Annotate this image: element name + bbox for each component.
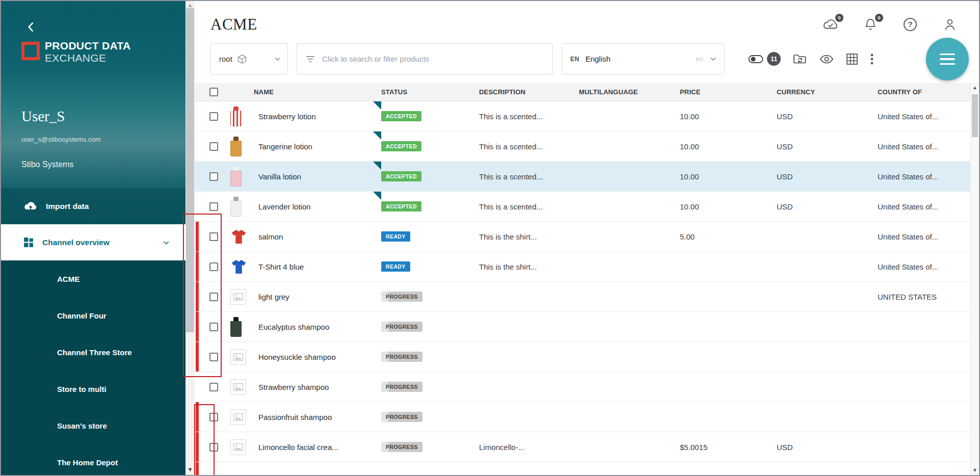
table-row-tangerine-lotion[interactable]: Tangerine lotionACCEPTEDThis is a scente… <box>195 131 970 162</box>
status-badge: ACCEPTED <box>381 201 421 211</box>
status-cell: ACCEPTED <box>381 141 479 151</box>
table-row-strawberry-lotion[interactable]: Strawberry lotionACCEPTEDThis is a scent… <box>195 101 970 131</box>
page-header: ACME 0 0 ? <box>195 1 979 43</box>
sidebar-channel-store-to-multi[interactable]: Store to multi <box>1 371 186 407</box>
table-row-lavender-lotion[interactable]: Lavender lotionACCEPTEDThis is a scented… <box>195 192 970 222</box>
cell-description: This is the shirt... <box>479 232 579 241</box>
notifications-button[interactable]: 0 <box>862 17 879 32</box>
sidebar-scrollbar[interactable]: ▲ ▼ <box>186 1 195 475</box>
sidebar-scrollbar-thumb[interactable] <box>186 8 194 332</box>
sidebar-channel-acme[interactable]: ACME <box>1 260 186 297</box>
menu-fab[interactable] <box>926 38 969 81</box>
filter-icon <box>305 55 315 64</box>
chevron-left-icon <box>24 20 38 34</box>
row-select-cell <box>206 383 228 391</box>
collapse-sidebar-button[interactable] <box>24 20 38 36</box>
column-header-description: DESCRIPTION <box>479 88 579 96</box>
cell-price: 10.00 <box>680 142 777 151</box>
help-button[interactable]: ? <box>902 17 919 32</box>
row-checkbox[interactable] <box>209 172 218 181</box>
scroll-down-arrow-icon[interactable]: ▼ <box>971 468 979 473</box>
table-row-t-shirt-4-blue[interactable]: T-Shirt 4 blueREADYThis is the shirt...U… <box>195 252 970 282</box>
cell-country: United States of... <box>878 172 970 181</box>
row-select-cell <box>206 353 228 361</box>
image-placeholder-icon <box>230 439 246 455</box>
table-scrollbar[interactable]: ▲ ▼ <box>970 83 979 475</box>
header-icons: 0 0 ? <box>822 17 959 32</box>
table-row-light-grey[interactable]: light greyPROGRESSUNITED STATES <box>195 282 970 312</box>
product-thumbnail <box>228 379 254 395</box>
row-checkbox[interactable] <box>209 202 218 211</box>
hierarchy-select[interactable]: root <box>210 43 288 74</box>
sidebar-item-import-data[interactable]: Import data <box>1 188 186 224</box>
search-input[interactable] <box>322 55 544 63</box>
mapping-toggle-button[interactable]: 11 <box>748 52 781 66</box>
table-row-limoncello-facial-crea[interactable]: Limoncello facial crea...PROGRESSLimonce… <box>195 432 970 462</box>
cloud-status-button[interactable]: 0 <box>822 17 839 32</box>
select-all-checkbox[interactable] <box>209 88 218 96</box>
row-checkbox[interactable] <box>209 443 218 452</box>
folder-sync-button[interactable] <box>793 53 807 65</box>
product-thumbnail <box>228 409 254 425</box>
folder-sync-icon <box>793 53 807 65</box>
language-select[interactable]: EN English en <box>562 43 725 74</box>
image-placeholder-icon <box>230 379 246 395</box>
row-checkbox[interactable] <box>209 142 218 151</box>
sidebar-channel-channel-four[interactable]: Channel Four <box>1 297 186 334</box>
row-checkbox[interactable] <box>209 323 218 331</box>
product-name: Vanilla lotion <box>258 172 301 181</box>
red-flag-bar <box>196 282 199 311</box>
cell-currency: USD <box>777 443 878 452</box>
status-badge: PROGRESS <box>381 382 422 392</box>
product-photo-thumbnail <box>230 167 242 187</box>
language-short-code: en <box>696 55 703 63</box>
chevron-down-icon <box>709 55 717 63</box>
sidebar-item-label: Import data <box>46 202 89 211</box>
scroll-up-arrow-icon[interactable]: ▲ <box>971 85 979 90</box>
table-scrollbar-thumb[interactable] <box>972 94 978 137</box>
cell-price: 10.00 <box>680 202 777 211</box>
row-checkbox[interactable] <box>209 293 218 301</box>
row-select-cell <box>206 202 228 211</box>
table-row-strawberry-shampoo[interactable]: Strawberry shampooPROGRESS <box>195 372 970 402</box>
row-select-cell <box>206 172 228 181</box>
scroll-down-arrow-icon[interactable]: ▼ <box>186 467 195 472</box>
row-checkbox[interactable] <box>209 112 218 121</box>
cell-currency: USD <box>777 202 878 211</box>
row-checkbox[interactable] <box>209 262 218 271</box>
product-name: Eucalyptus shampoo <box>258 323 329 331</box>
image-placeholder-glyph <box>233 443 243 451</box>
cloud-badge: 0 <box>835 14 843 22</box>
product-name-cell: Passionfruit shampoo <box>254 402 381 432</box>
preview-button[interactable] <box>819 54 834 64</box>
product-table: NAMESTATUSDESCRIPTIONMULTILANGUAGEPRICEC… <box>195 83 970 476</box>
row-checkbox[interactable] <box>209 353 218 361</box>
image-placeholder-icon <box>230 289 246 305</box>
table-row-eucalyptus-shampoo[interactable]: Eucalyptus shampooPROGRESS <box>195 312 970 342</box>
sidebar-channel-susan-s-store[interactable]: Susan's store <box>1 407 186 444</box>
row-checkbox[interactable] <box>209 413 218 421</box>
person-icon <box>944 18 956 31</box>
row-checkbox[interactable] <box>209 232 218 241</box>
scroll-up-arrow-icon[interactable]: ▲ <box>186 3 195 8</box>
table-row-salmon[interactable]: salmonREADYThis is the shirt...5.00Unite… <box>195 222 970 252</box>
table-row-passionfruit-shampoo[interactable]: Passionfruit shampooPROGRESS <box>195 402 970 432</box>
account-button[interactable] <box>941 17 959 32</box>
row-select-cell <box>206 293 228 301</box>
more-options-button[interactable] <box>870 53 873 65</box>
product-name: Tangerine lotion <box>258 142 312 151</box>
sidebar-channel-the-home-depot[interactable]: The Home Depot <box>1 444 186 476</box>
grid-icon <box>23 237 34 248</box>
status-cell: PROGRESS <box>381 322 479 332</box>
sidebar-item-channel-overview[interactable]: Channel overview <box>1 224 186 260</box>
cell-country: UNITED STATES <box>878 293 970 301</box>
user-organization: Stibo Systems <box>21 160 73 169</box>
table-row-vanilla-lotion[interactable]: Vanilla lotionACCEPTEDThis is a scented.… <box>195 162 970 192</box>
table-row-honeysuckle-shampoo[interactable]: Honeysuckle shampooPROGRESS <box>195 342 970 372</box>
product-name-cell: Lavender lotion <box>254 192 381 221</box>
row-checkbox[interactable] <box>209 383 218 391</box>
sidebar-channel-channel-three-store[interactable]: Channel Three Store <box>1 334 186 371</box>
table-view-button[interactable] <box>846 53 858 65</box>
product-name: Passionfruit shampoo <box>258 413 332 421</box>
row-select-cell <box>206 413 228 421</box>
